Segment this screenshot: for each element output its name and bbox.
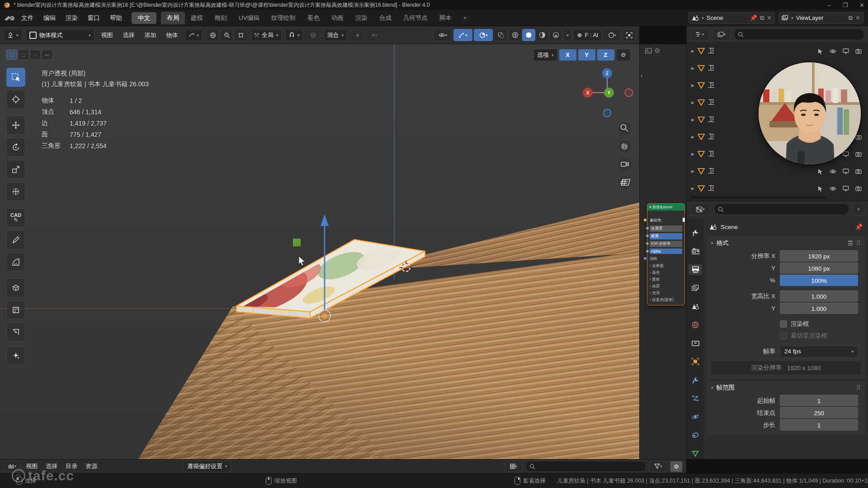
outliner-hscrollbar[interactable] — [690, 196, 826, 199]
tab-geometry-nodes[interactable]: 几何节点 — [397, 12, 434, 24]
select-mode-circle[interactable]: ◌ — [30, 50, 41, 60]
tab-modeling[interactable]: 建模 — [185, 12, 209, 24]
unlink-scene-icon[interactable]: ✕ — [767, 14, 772, 21]
socket-dot-gray[interactable] — [646, 242, 649, 245]
resolution-percent-field[interactable]: 100% — [780, 275, 858, 286]
falloff-circle-icon[interactable] — [351, 29, 364, 41]
resolution-y-field[interactable]: 1080 px — [780, 263, 858, 274]
tool-cad-addon[interactable]: CAD✎ — [6, 208, 25, 227]
tab-rendering[interactable]: 渲染 — [349, 12, 373, 24]
tab-viewlayer-icon[interactable] — [689, 282, 702, 293]
aspect-y-field[interactable]: 1.000 — [780, 303, 858, 314]
language-button[interactable]: 中文 — [132, 12, 156, 24]
tab-constraints-icon[interactable] — [689, 430, 702, 441]
menu-ab-asset[interactable]: 资源 — [82, 461, 100, 472]
tab-uv-editing[interactable]: UV编辑 — [233, 12, 265, 24]
show-gizmo-toggle[interactable]: ▾ — [453, 29, 472, 41]
tab-collection-icon[interactable] — [689, 338, 702, 349]
viewlayer-selector[interactable]: ▾ ViewLayer ⧉ ✕ — [778, 12, 863, 24]
tool-add-primitive[interactable] — [6, 278, 25, 297]
tab-physics-icon[interactable] — [689, 412, 702, 422]
close-button[interactable]: ✕ — [859, 2, 864, 9]
render-disable-icon[interactable] — [855, 49, 862, 54]
axis-y-button[interactable]: Y — [578, 49, 595, 61]
menu-help[interactable]: 帮助 — [105, 12, 127, 24]
shader-editor-strip[interactable]: ‹ ▾ 原理化BSDF 基础色 金属度 糙度 IOR 折射率 Alpha 法向 … — [639, 44, 686, 459]
tab-shading[interactable]: 着色 — [302, 12, 326, 24]
copy-scene-icon[interactable]: ⧉ — [760, 14, 764, 22]
falloff-curve-icon[interactable]: ∧▾ — [368, 29, 381, 41]
node-section-emission[interactable]: › 自发光(发射) — [647, 296, 684, 305]
frame-step-field[interactable]: 1 — [780, 419, 858, 431]
tool-corner-addon[interactable] — [6, 323, 25, 342]
snap-selector[interactable]: ▾ — [285, 29, 303, 41]
socket-dot-yellow[interactable] — [643, 218, 647, 222]
slider-ior[interactable]: IOR 折射率 — [650, 241, 682, 247]
outliner-row[interactable]: ▶卫 — [687, 180, 868, 197]
shading-dropdown[interactable]: ▾ — [563, 29, 572, 41]
import-method-dropdown[interactable]: 遵循偏好设置▾ — [184, 461, 231, 472]
node-section-specular[interactable]: › 高光 — [647, 269, 684, 276]
sidebar-collapse-chevron-icon[interactable]: ‹ — [641, 72, 642, 79]
select-mode-tweak[interactable]: ⬚ — [6, 50, 17, 60]
color-swatch-sliver[interactable] — [683, 218, 685, 222]
tool-extra-addon[interactable] — [6, 346, 25, 365]
tab-scene-icon[interactable] — [689, 301, 702, 312]
tool-primitive-box[interactable] — [6, 300, 25, 319]
node-section-sheen[interactable]: › 光泽 — [647, 290, 684, 296]
tool-annotate[interactable] — [6, 230, 25, 249]
properties-search-input[interactable] — [714, 203, 849, 215]
socket-dot-gray[interactable] — [646, 249, 649, 253]
gear-icon[interactable]: ⚙ — [670, 461, 683, 472]
transform-orientation-selector[interactable]: ⤱ 全局 ▾ — [251, 29, 282, 41]
gizmo-axis-x-neg[interactable] — [625, 89, 633, 97]
options-dropdown[interactable]: 选项▾ — [533, 49, 557, 61]
slider-alpha[interactable]: Alpha — [650, 249, 682, 254]
outliner-row[interactable]: ▶ 卫 — [687, 42, 868, 60]
slider-metallic[interactable]: 金属度 — [650, 225, 682, 232]
menu-window[interactable]: 窗口 — [83, 12, 105, 24]
outliner-filter-viewlayer[interactable]: ▾ — [712, 28, 731, 41]
principled-bsdf-node[interactable]: ▾ 原理化BSDF 基础色 金属度 糙度 IOR 折射率 Alpha 法向 › … — [647, 203, 685, 305]
tab-layout[interactable]: 布局 — [161, 12, 185, 24]
minimize-button[interactable]: – — [827, 2, 830, 9]
node-section-coat[interactable]: › 涂层 — [647, 283, 684, 290]
outliner-display-mode[interactable]: ▾ — [690, 28, 709, 41]
tab-output-icon[interactable] — [689, 264, 702, 275]
fkey-addon-button[interactable]: ⊕ F : Al — [573, 29, 602, 41]
select-mode-box[interactable]: ⬚ — [18, 50, 29, 60]
scene-selector[interactable]: ▾ Scene 📌 ⧉ ✕ — [689, 12, 775, 24]
object-visibility-selector[interactable]: ▾ — [433, 29, 452, 41]
tab-scripting[interactable]: 脚本 — [434, 12, 458, 24]
tool-cursor[interactable] — [6, 90, 25, 109]
menu-select[interactable]: 选择 — [120, 30, 138, 41]
pin-icon[interactable]: 📌 — [750, 14, 757, 21]
tab-compositing[interactable]: 合成 — [373, 12, 397, 24]
socket-dot-gray[interactable] — [646, 234, 649, 238]
tab-world-icon[interactable] — [689, 319, 702, 330]
menu-file[interactable]: 文件 — [16, 12, 38, 24]
tool-scale[interactable] — [6, 160, 25, 179]
copy-viewlayer-icon[interactable]: ⧉ — [849, 14, 853, 22]
socket-dot-gray[interactable] — [646, 226, 649, 230]
tab-modifiers-icon[interactable] — [689, 375, 702, 385]
resolution-x-field[interactable]: 1920 px — [780, 250, 858, 262]
tab-data-icon[interactable] — [689, 448, 702, 459]
render-region-icon[interactable] — [234, 29, 247, 41]
menu-object[interactable]: 物体 — [163, 30, 181, 41]
node-section-transmission[interactable]: › 透射 — [647, 276, 684, 283]
crop-region-checkbox[interactable] — [780, 332, 787, 339]
aspect-x-field[interactable]: 1.000 — [780, 291, 858, 302]
tab-sculpting[interactable]: 雕刻 — [209, 12, 233, 24]
fps-dropdown[interactable]: 24 fps▾ — [780, 346, 858, 357]
shader-editor-image-icon[interactable] — [645, 48, 652, 54]
frame-start-field[interactable]: 1 — [780, 395, 858, 406]
tab-particles-icon[interactable] — [689, 393, 702, 404]
tab-object-icon[interactable] — [689, 356, 702, 367]
properties-editor-type[interactable]: ▾ — [690, 203, 710, 216]
remove-viewlayer-icon[interactable]: ✕ — [855, 14, 860, 21]
breadcrumb-scene[interactable]: Scene — [721, 224, 738, 230]
node-header[interactable]: ▾ 原理化BSDF — [647, 204, 684, 211]
tool-fallback-selector[interactable]: ▾ — [185, 29, 203, 41]
zoom-region-icon[interactable] — [220, 29, 233, 41]
